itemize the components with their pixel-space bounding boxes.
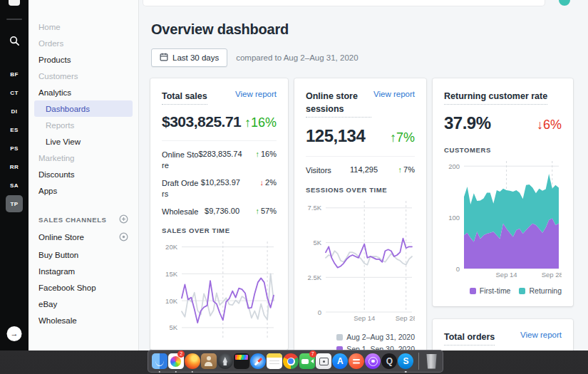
total-sales-breakdown: Online Store$283,835.74↑16%Draft Orders$… [162, 140, 277, 217]
shop-switcher-sa[interactable]: SA [6, 176, 23, 194]
sales-channels-header: SALES CHANNELS [38, 214, 128, 225]
video-editor-icon[interactable] [233, 352, 249, 370]
legend-item: Returning [519, 286, 562, 295]
admin-window: BFCTDIESPSRRSATP → HomeOrdersProductsCus… [0, 0, 588, 350]
sidebar-item-live-view[interactable]: Live View [34, 133, 133, 150]
skype-icon[interactable] [398, 352, 414, 370]
card-title: Online store sessions [306, 90, 371, 118]
calendar-icon [160, 53, 168, 63]
facetime-icon[interactable]: 7 [299, 352, 316, 370]
sales-channel-label: eBay [38, 300, 57, 308]
notes-icon[interactable] [266, 352, 282, 370]
quicktime-icon[interactable] [381, 352, 398, 370]
sales-channel-online-store[interactable]: Online Store [34, 228, 133, 246]
sales-channel-buy-button[interactable]: Buy Button [34, 246, 133, 263]
sidebar-item-marketing[interactable]: Marketing [34, 150, 133, 166]
sidebar-item-apps[interactable]: Apps [34, 182, 133, 199]
metric-delta: ↑57% [245, 207, 277, 215]
sidebar-item-analytics[interactable]: Analytics [34, 84, 133, 100]
shop-switcher-tp[interactable]: TP [6, 195, 23, 212]
legend-swatch [470, 288, 476, 294]
metric-delta: ↑7% [383, 165, 415, 174]
sidebar-item-customers[interactable]: Customers [34, 68, 133, 84]
svg-text:2.5K: 2.5K [307, 274, 321, 281]
search-input[interactable] [143, 0, 545, 6]
sessions-over-time-chart: 7.5K5K2.5K0Sep 14Sep 28 [306, 198, 415, 323]
legend-item: Aug 2–Aug 31, 2020 [336, 333, 415, 341]
sales-channel-instagram[interactable]: Instagram [34, 263, 133, 279]
sidebar-item-products[interactable]: Products [34, 51, 133, 68]
chrome-icon[interactable] [283, 352, 299, 370]
app-store-icon[interactable] [332, 352, 349, 370]
metric-label: Wholesale [162, 207, 202, 217]
sales-channel-label: Instagram [38, 267, 75, 276]
legend-item: First-time [470, 286, 511, 295]
arrow-right-icon[interactable]: → [7, 326, 22, 341]
sales-channel-facebook-shop[interactable]: Facebook Shop [34, 279, 133, 296]
chat-icon[interactable] [349, 352, 365, 370]
total-sales-card: Total sales View report $303,825.71 ↑16%… [150, 78, 288, 350]
view-report-link[interactable]: View report [373, 90, 415, 98]
sales-channel-wholesale[interactable]: Wholesale [34, 312, 133, 328]
date-range-button[interactable]: Last 30 days [151, 48, 227, 67]
svg-text:Sep 14: Sep 14 [496, 271, 517, 279]
view-report-link[interactable]: View report [520, 331, 562, 339]
view-report-link[interactable]: View report [235, 90, 277, 98]
sidebar-item-orders[interactable]: Orders [34, 35, 133, 51]
sales-channels-list: Online StoreBuy ButtonInstagramFacebook … [29, 228, 138, 328]
svg-text:7.5K: 7.5K [307, 204, 321, 212]
sidebar-item-home[interactable]: Home [34, 19, 133, 35]
trash-icon[interactable] [423, 352, 440, 370]
sales-channel-label: Buy Button [38, 251, 78, 259]
sidebar: HomeOrdersProductsCustomersAnalyticsDash… [29, 0, 139, 350]
total-sales-delta: ↑16% [244, 115, 277, 130]
podcasts-icon[interactable] [365, 352, 381, 370]
shop-switcher-es[interactable]: ES [6, 120, 23, 139]
shop-switcher-ct[interactable]: CT [6, 83, 23, 102]
launchpad-icon[interactable] [217, 352, 233, 370]
metric-value: $9,736.00 [202, 207, 245, 215]
notification-badge: 7 [309, 350, 316, 358]
sales-channels-heading: SALES CHANNELS [38, 216, 107, 224]
svg-text:Sep 14: Sep 14 [354, 314, 375, 322]
svg-text:5K: 5K [313, 239, 321, 246]
finder-icon[interactable] [151, 352, 167, 370]
customers-chart: 2001000Sep 14Sep 28 [444, 158, 562, 279]
arrow-up-icon: ↑ [398, 165, 403, 174]
view-eye-icon[interactable] [119, 232, 128, 243]
sessions-delta: ↑7% [390, 130, 415, 145]
dock-divider [418, 353, 419, 370]
svg-text:10K: 10K [165, 297, 178, 305]
date-range-label: Last 30 days [172, 53, 219, 62]
sidebar-item-dashboards[interactable]: Dashboards [34, 100, 133, 117]
sidebar-item-discounts[interactable]: Discounts [34, 166, 133, 182]
shop-switcher-rr[interactable]: RR [6, 157, 23, 176]
plus-circle-icon[interactable] [119, 214, 128, 225]
search-icon[interactable] [9, 36, 20, 49]
screenshot-icon[interactable] [316, 352, 332, 370]
metric-label: Draft Orders [162, 178, 201, 199]
shop-switcher-bf[interactable]: BF [6, 65, 23, 83]
shop-switcher-list: BFCTDIESPSRRSATP [6, 65, 23, 213]
photos-icon[interactable]: 2 [167, 352, 184, 370]
svg-text:15K: 15K [165, 270, 178, 278]
arrow-down-icon: ↓ [260, 178, 264, 187]
metric-row: Wholesale$9,736.00↑57% [162, 207, 277, 217]
metric-value: $10,253.97 [201, 178, 246, 187]
shop-switcher-di[interactable]: DI [6, 102, 23, 120]
firefox-icon[interactable] [184, 352, 200, 370]
safari-icon[interactable] [249, 352, 266, 370]
sales-channel-ebay[interactable]: eBay [34, 296, 133, 312]
shopify-logo-icon[interactable] [9, 0, 20, 6]
sessions-value: 125,134 [306, 126, 365, 146]
sales-over-time-chart: 20K15K10K5K [162, 239, 277, 338]
section-label: CUSTOMERS [444, 146, 562, 154]
contacts-icon[interactable] [200, 352, 217, 370]
svg-text:200: 200 [448, 162, 460, 170]
section-label: SALES OVER TIME [162, 227, 277, 234]
metric-row: Draft Orders$10,253.97↓2% [162, 178, 277, 199]
card-title: Total orders [444, 331, 495, 346]
sidebar-item-reports[interactable]: Reports [34, 117, 133, 133]
card-title: Total sales [162, 90, 207, 105]
shop-switcher-ps[interactable]: PS [6, 139, 23, 157]
